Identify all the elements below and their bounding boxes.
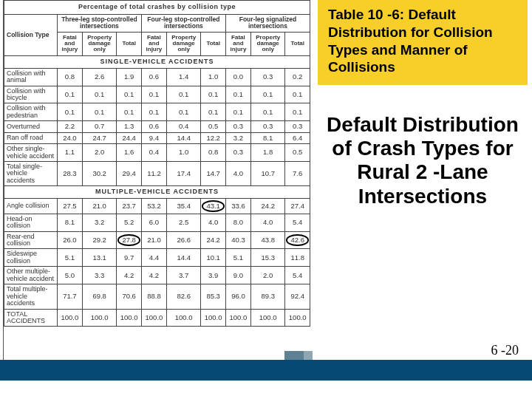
cell: 11.2 xyxy=(141,162,166,186)
cell: 26.0 xyxy=(57,231,82,249)
cell: 0.8 xyxy=(57,68,82,86)
cell: 23.7 xyxy=(117,199,142,214)
cell: Fatal and injury xyxy=(57,32,82,55)
footer-accent-block-2 xyxy=(304,351,313,360)
cell: 15.3 xyxy=(250,249,284,267)
cell: 5.0 xyxy=(57,267,82,284)
cell: 5.2 xyxy=(117,214,142,231)
right-panel: Table 10 -6: Default Distribution for Co… xyxy=(318,0,528,399)
cell: 0.5 xyxy=(285,144,310,162)
cell: 1.1 xyxy=(57,144,82,162)
cell: 33.6 xyxy=(225,199,250,214)
cell: Ran off road xyxy=(4,132,58,143)
cell: 30.2 xyxy=(82,162,116,186)
bottom-strip xyxy=(0,381,532,399)
cell: 0.1 xyxy=(250,103,284,121)
cell: 0.8 xyxy=(201,144,226,162)
cell: 29.4 xyxy=(117,162,142,186)
cell: 17.4 xyxy=(166,162,200,186)
cell: 0.1 xyxy=(82,103,116,121)
cell: Collision with bicycle xyxy=(4,86,58,103)
cell: 2.6 xyxy=(82,68,116,86)
cell: 2.0 xyxy=(250,267,284,284)
cell: 4.0 xyxy=(225,162,250,186)
page-number: 6 -20 xyxy=(491,343,519,358)
cell: 28.3 xyxy=(57,162,82,186)
cell: Collision with animal xyxy=(4,68,58,86)
cell: 5.1 xyxy=(57,249,82,267)
cell: 40.3 xyxy=(225,231,250,249)
cell: 14.4 xyxy=(166,132,200,143)
cell: 3.3 xyxy=(82,267,116,284)
cell: 2.0 xyxy=(82,144,116,162)
cell: 11.8 xyxy=(285,249,310,267)
crash-distribution-table: Percentage of total crashes by collision… xyxy=(4,0,310,327)
cell: 0.3 xyxy=(225,144,250,162)
cell: 2.5 xyxy=(166,214,200,231)
cell: 13.1 xyxy=(82,249,116,267)
cell: 1.4 xyxy=(166,68,200,86)
cell: 82.6 xyxy=(166,284,200,309)
cell: 27.5 xyxy=(57,199,82,214)
cell: 0.7 xyxy=(82,121,116,132)
cell: 69.8 xyxy=(82,284,116,309)
cell: 8.1 xyxy=(250,132,284,143)
cell: Rear-end collision xyxy=(4,231,58,249)
cell: Percentage of total crashes by collision… xyxy=(4,1,310,15)
cell: 4.0 xyxy=(201,214,226,231)
cell: 100.0 xyxy=(250,309,284,327)
cell: 24.0 xyxy=(57,132,82,143)
cell: 7.6 xyxy=(285,162,310,186)
cell: 1.6 xyxy=(117,144,142,162)
data-table-container: Percentage of total crashes by collision… xyxy=(3,0,310,373)
cell: 8.0 xyxy=(225,214,250,231)
cell: 2.2 xyxy=(57,121,82,132)
cell: 0.1 xyxy=(57,86,82,103)
cell: 0.1 xyxy=(57,103,82,121)
cell: Property damage only xyxy=(250,32,284,55)
cell: 6.4 xyxy=(285,132,310,143)
cell: 0.4 xyxy=(166,121,200,132)
cell: 8.1 xyxy=(57,214,82,231)
cell: 0.3 xyxy=(285,121,310,132)
cell: 24.7 xyxy=(82,132,116,143)
cell: 0.0 xyxy=(225,68,250,86)
cell: 5.1 xyxy=(225,249,250,267)
cell: Four-leg signalized intersections xyxy=(225,14,310,32)
cell: 42.6 xyxy=(285,231,310,249)
cell: 71.7 xyxy=(57,284,82,309)
cell: 1.9 xyxy=(117,68,142,86)
cell: 1.0 xyxy=(166,144,200,162)
cell: 0.1 xyxy=(250,86,284,103)
cell: 0.1 xyxy=(285,86,310,103)
cell: 27.4 xyxy=(285,199,310,214)
cell: 10.1 xyxy=(201,249,226,267)
cell: 89.3 xyxy=(250,284,284,309)
cell: 43.8 xyxy=(250,231,284,249)
cell: SINGLE-VEHICLE ACCIDENTS xyxy=(4,55,310,68)
cell: Four-leg stop-controlled intersections xyxy=(141,14,225,32)
cell: 9.4 xyxy=(141,132,166,143)
cell: Overturned xyxy=(4,121,58,132)
cell: 3.7 xyxy=(166,267,200,284)
cell: 4.0 xyxy=(250,214,284,231)
cell: 10.7 xyxy=(250,162,284,186)
cell: 43.1 xyxy=(201,199,226,214)
cell: 0.3 xyxy=(225,121,250,132)
cell: Total xyxy=(117,32,142,55)
cell: Total single-vehicle accidents xyxy=(4,162,58,186)
footer-band xyxy=(0,360,532,381)
cell: 0.1 xyxy=(117,103,142,121)
cell: Three-leg stop-controlled intersections xyxy=(57,14,141,32)
cell: 85.3 xyxy=(201,284,226,309)
cell: 21.0 xyxy=(82,199,116,214)
cell: Property damage only xyxy=(166,32,200,55)
cell: 100.0 xyxy=(117,309,142,327)
cell: 88.8 xyxy=(141,284,166,309)
table-caption-box: Table 10 -6: Default Distribution for Co… xyxy=(318,0,528,85)
cell: 53.2 xyxy=(141,199,166,214)
cell: 14.7 xyxy=(201,162,226,186)
cell: 4.2 xyxy=(141,267,166,284)
cell: 100.0 xyxy=(225,309,250,327)
cell: 100.0 xyxy=(285,309,310,327)
